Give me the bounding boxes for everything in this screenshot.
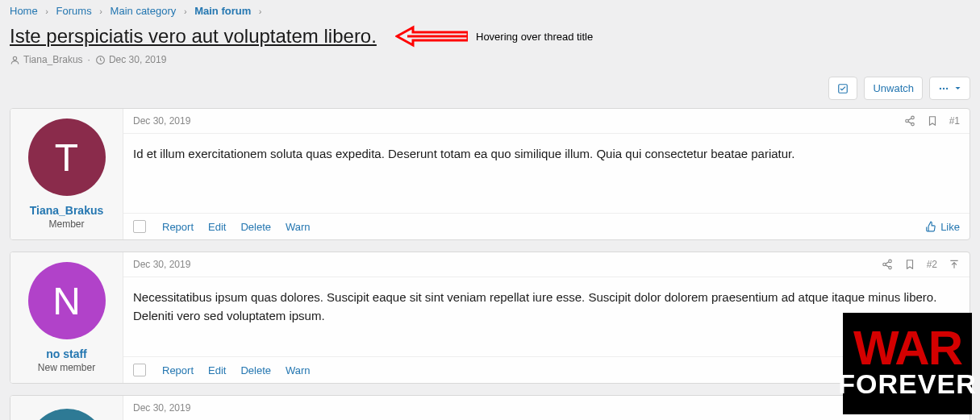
svg-point-4 [943,87,945,89]
svg-point-9 [888,260,891,263]
clock-icon [95,55,106,65]
more-button[interactable] [929,77,970,100]
thread-author[interactable]: Tiana_Brakus [23,54,83,65]
caret-down-icon [954,85,961,92]
svg-point-10 [882,263,886,266]
thread-date: Dec 30, 2019 [109,54,166,65]
share-icon[interactable] [882,259,893,270]
post-sidebar: K [10,396,123,420]
crumb-category[interactable]: Main category [111,5,177,17]
actions-row: Unwatch [0,69,980,108]
delete-link[interactable]: Delete [240,221,271,233]
post-date[interactable]: Dec 30, 2019 [133,402,190,414]
logo-line-2: FOREVER [838,368,976,400]
chevron-right-icon: › [94,6,107,16]
post-header: Dec 30, 2019 #1 [123,109,970,134]
post-footer: Report Edit Delete Warn Like [123,213,970,239]
author-link[interactable]: no staff [17,347,116,360]
warn-link[interactable]: Warn [286,221,311,233]
thread-meta: Tiana_Brakus · Dec 30, 2019 [0,51,980,69]
crumb-forum[interactable]: Main forum [194,5,251,17]
post-number[interactable]: #1 [949,115,960,127]
select-checkbox[interactable] [133,220,146,233]
avatar[interactable]: T [28,119,106,196]
report-link[interactable]: Report [162,221,194,233]
select-checkbox[interactable] [133,364,146,376]
post-sidebar: T Tiana_Brakus Member [10,109,123,239]
svg-point-6 [911,116,914,119]
svg-point-11 [888,266,891,269]
report-link[interactable]: Report [162,364,194,376]
avatar[interactable]: N [28,262,106,339]
bookmark-icon[interactable] [927,115,938,127]
author-rank: Member [17,218,116,230]
post-main: Dec 30, 2019 #1 Id et illum exercitation… [123,109,970,239]
post: T Tiana_Brakus Member Dec 30, 2019 #1 Id… [10,108,970,240]
thumbs-up-icon [925,221,936,232]
breadcrumb: Home › Forums › Main category › Main for… [0,0,980,22]
post-header: Dec 30, 2019 #2 [123,252,970,277]
checkbox-icon [837,83,849,94]
svg-point-7 [905,119,908,123]
edit-link[interactable]: Edit [208,221,226,233]
logo-line-1: WAR [853,327,961,368]
share-icon[interactable] [904,115,915,127]
post-date[interactable]: Dec 30, 2019 [133,115,190,127]
post-date[interactable]: Dec 30, 2019 [133,259,190,270]
brand-logo: WAR FOREVER [843,313,972,414]
warn-link[interactable]: Warn [286,364,311,376]
post-number[interactable]: #2 [927,259,937,270]
thread-title[interactable]: Iste perspiciatis vero aut voluptatem li… [10,25,377,48]
bookmark-icon[interactable] [904,259,915,270]
select-button[interactable] [828,77,857,100]
like-button[interactable]: Like [925,221,960,233]
more-icon [938,83,949,94]
annotation-arrow-icon [395,24,468,51]
svg-point-5 [946,87,948,89]
scroll-top-icon[interactable] [949,259,960,270]
crumb-home[interactable]: Home [10,5,38,17]
chevron-right-icon: › [254,6,267,16]
post-sidebar: N no staff New member [10,252,123,383]
annotation-label: Hovering over thread title [476,31,593,43]
author-link[interactable]: Tiana_Brakus [17,204,116,217]
unwatch-button[interactable]: Unwatch [864,77,923,100]
avatar[interactable]: K [28,409,106,420]
svg-point-0 [13,56,16,60]
delete-link[interactable]: Delete [240,364,271,376]
post: K Dec 30, 2019 Ad ratione laboriosam lab… [10,395,970,420]
post-content: Id et illum exercitationem soluta quas e… [123,134,970,213]
svg-point-3 [940,87,941,89]
user-icon [10,55,20,65]
posts-list: T Tiana_Brakus Member Dec 30, 2019 #1 Id… [0,108,980,420]
chevron-right-icon: › [40,6,53,16]
chevron-right-icon: › [179,6,192,16]
author-rank: New member [17,362,116,373]
crumb-forums[interactable]: Forums [56,5,92,17]
post: N no staff New member Dec 30, 2019 #2 Ne… [10,252,970,384]
svg-point-8 [911,123,914,126]
edit-link[interactable]: Edit [208,364,226,376]
